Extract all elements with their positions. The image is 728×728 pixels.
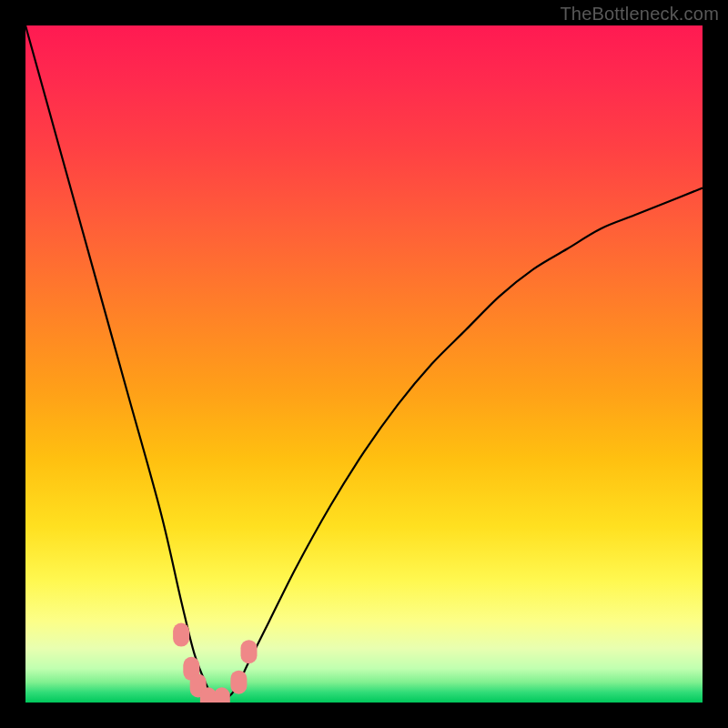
bottleneck-curve <box>25 25 703 703</box>
chart-frame: TheBottleneck.com <box>0 0 728 728</box>
marker-point <box>173 623 189 647</box>
marker-point <box>230 671 247 694</box>
marker-point <box>241 640 258 663</box>
curve-layer <box>25 25 703 703</box>
watermark-text: TheBottleneck.com <box>560 4 719 25</box>
marker-point <box>214 687 230 703</box>
plot-area <box>25 25 703 703</box>
minimum-markers <box>173 623 257 703</box>
